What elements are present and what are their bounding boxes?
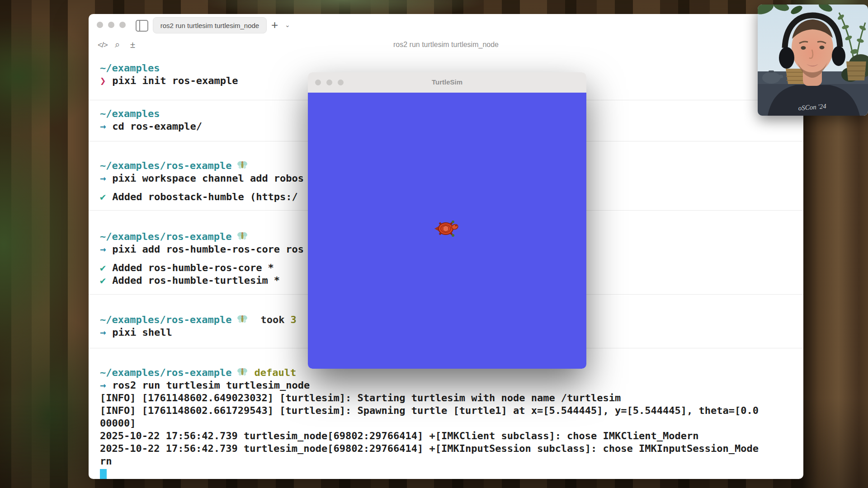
turtlesim-title-bar[interactable]: TurtleSim [308,72,586,93]
command-text: ros2 run turtlesim turtlesim_node [112,380,310,391]
terminal-window-title: ros2 run turtlesim turtlesim_node [89,41,803,49]
webcam-video: oSCon '24 [758,5,868,116]
pixi-fairy-icon [237,231,248,242]
took-label: took [260,314,284,325]
sidebar-toggle-icon[interactable] [136,20,148,32]
log-line: 00000] [100,417,794,430]
log-line: [INFO] [1761148602.661729543] [turtlesim… [100,404,794,417]
pixi-fairy-icon [237,314,248,325]
turtlesim-window: TurtleSim [308,72,586,369]
close-button[interactable] [97,22,103,28]
pixi-env-badge: default [254,367,296,378]
log-line: 2025-10-22 17:56:42.739 turtlesim_node[6… [100,430,794,442]
command-text: pixi init ros-example [112,75,238,86]
headphone-left-cup [779,47,794,69]
turtlesim-canvas [308,93,586,369]
command-text: cd ros-example/ [112,121,202,132]
log-line: 2025-10-22 17:56:42.739 turtlesim_node[6… [100,442,794,455]
pixi-fairy-icon [237,160,248,171]
minimize-button[interactable] [108,22,114,28]
traffic-lights [97,22,126,28]
command-line: →ros2 run turtlesim turtlesim_node [100,379,794,392]
turtlesim-window-title: TurtleSim [308,78,586,86]
chevron-down-icon[interactable]: ⌄ [285,21,290,28]
took-duration: 3 [290,314,296,325]
terminal-tab-bar: ros2 run turtlesim turtlesim_node + ⌄ [89,14,803,36]
terminal-tab-label: ros2 run turtlesim turtlesim_node [160,22,259,29]
command-text: pixi shell [112,327,172,338]
turtle-icon [434,219,459,239]
headphone-right-cup [832,46,845,66]
terminal-cursor [100,469,107,479]
log-line: [INFO] [1761148602.649023032] [turtlesim… [100,392,794,404]
webcam-overlay: oSCon '24 [758,5,868,116]
terminal-toolbar: </> ⌕ ± ros2 run turtlesim turtlesim_nod… [89,36,803,56]
right-eye [820,46,825,49]
terminal-tab[interactable]: ros2 run turtlesim turtlesim_node [153,17,267,33]
zoom-button[interactable] [119,22,126,28]
wicker-basket-right [846,61,866,80]
command-text: pixi workspace channel add robos [112,173,304,184]
command-text: pixi add ros-humble-ros-core ros [112,244,304,255]
pixi-fairy-icon [237,367,248,378]
screen: ros2 run turtlesim turtlesim_node + ⌄ </… [0,0,868,488]
new-tab-button[interactable]: + [271,18,278,32]
left-eye [801,46,806,50]
log-line: rn [100,455,794,468]
